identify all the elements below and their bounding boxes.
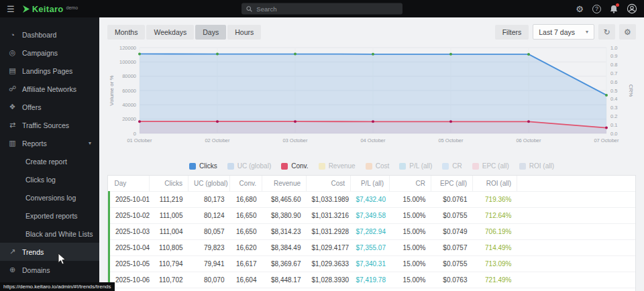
granularity-tabs: MonthsWeekdaysDaysHours: [107, 25, 261, 40]
legend-item-p-l-all[interactable]: P/L (all): [399, 162, 432, 170]
legend-item-uc-global[interactable]: UC (global): [227, 162, 272, 170]
legend-swatch-icon: [399, 163, 406, 170]
offers-icon: ❖: [8, 103, 17, 111]
logo-text: Keitaro: [32, 5, 64, 13]
chart-legend: ClicksUC (global)Conv.RevenueCostP/L (al…: [107, 162, 636, 170]
tab-hours[interactable]: Hours: [227, 25, 261, 40]
trends-table: DayClicksUC (global)Conv.RevenueCostP/L …: [108, 176, 635, 291]
chevron-down-icon: ▾: [586, 29, 588, 35]
cell-pl-all: $7,419.78: [351, 272, 390, 288]
cell-stub: [189, 288, 230, 291]
legend-item-revenue[interactable]: Revenue: [319, 162, 356, 170]
filters-button[interactable]: Filters: [495, 25, 529, 40]
cell-stub: [307, 288, 351, 291]
legend-label: Clicks: [199, 162, 217, 170]
column-header-clicks[interactable]: Clicks: [150, 176, 189, 192]
cell-filler: [517, 224, 636, 240]
legend-label: Revenue: [329, 162, 356, 170]
column-header-revenue[interactable]: Revenue: [262, 176, 307, 192]
column-header-pl-all[interactable]: P/L (all): [351, 176, 390, 192]
legend-label: P/L (all): [409, 162, 432, 170]
legend-item-conv[interactable]: Conv.: [281, 162, 308, 170]
column-header-cr[interactable]: CR: [390, 176, 431, 192]
search-input[interactable]: [256, 5, 398, 13]
chevron-down-icon: ▾: [89, 140, 91, 146]
cell-revenue: $8,384.49: [262, 240, 307, 256]
cell-cr: 15.00%: [390, 208, 431, 224]
notifications-bell-icon[interactable]: [610, 5, 618, 13]
column-header-day[interactable]: Day: [109, 176, 150, 192]
legend-item-cost[interactable]: Cost: [366, 162, 390, 170]
legend-item-clicks[interactable]: Clicks: [189, 162, 217, 170]
chart-container: 0200004000060000800001000001200000.00.10…: [107, 44, 635, 160]
svg-text:0: 0: [133, 131, 136, 137]
sidebar-item-label: Clicks log: [25, 176, 56, 184]
cell-stub: [431, 288, 473, 291]
chart-settings-button[interactable]: ⚙: [619, 24, 636, 40]
cell-roi-all: 719.36%: [473, 192, 517, 208]
sidebar-item-trends[interactable]: ↗Trends: [0, 243, 99, 261]
column-header-uc-global[interactable]: UC (global): [189, 176, 230, 192]
sidebar-item-domains[interactable]: ⊕Domains: [0, 261, 99, 279]
cell-conv: 16,617: [230, 256, 262, 272]
sidebar-item-label: Dashboard: [22, 31, 56, 39]
column-header-conv[interactable]: Conv.: [230, 176, 262, 192]
cell-cost: $1,031.3216: [307, 208, 351, 224]
sidebar-item-label: Traffic Sources: [22, 121, 69, 129]
sidebar-item-black-and-white-lists[interactable]: Black and White Lists: [0, 225, 99, 243]
column-header-roi-all[interactable]: ROI (all): [473, 176, 517, 192]
column-header-epc-all[interactable]: EPC (all): [431, 176, 473, 192]
sidebar-item-landings-pages[interactable]: ▤Landings Pages: [0, 62, 99, 80]
keitaro-logo[interactable]: Keitaro demo: [23, 5, 78, 13]
legend-swatch-icon: [319, 163, 325, 170]
menu-icon[interactable]: ☰: [7, 5, 15, 13]
sidebar-item-reports[interactable]: ▥Reports▾: [0, 134, 99, 152]
keitaro-logo-icon: [23, 5, 30, 13]
cell-cost: $1,031.2928: [307, 224, 351, 240]
sidebar-item-conversions-log[interactable]: Conversions log: [0, 188, 99, 207]
legend-item-epc-all[interactable]: EPC (all): [472, 162, 509, 170]
cell-pl-all: $7,355.07: [351, 240, 390, 256]
cell-pl-all: $7,349.58: [351, 208, 390, 224]
domains-icon: ⊕: [8, 266, 17, 274]
sidebar-item-exported-reports[interactable]: Exported reports: [0, 207, 99, 225]
legend-swatch-icon: [189, 163, 196, 170]
sidebar-item-clicks-log[interactable]: Clicks log: [0, 170, 99, 188]
sidebar-item-create-report[interactable]: Create report: [0, 152, 99, 170]
tab-weekdays[interactable]: Weekdays: [146, 25, 194, 40]
sidebar-item-label: Conversions log: [25, 194, 76, 202]
tab-months[interactable]: Months: [107, 25, 145, 40]
cell-day: 2025-10-06: [109, 272, 150, 288]
refresh-button[interactable]: ↻: [598, 24, 615, 40]
table-row: 2025-10-05110,79479,94116,617$8,369.67$1…: [109, 256, 636, 272]
sidebar-item-dashboard[interactable]: ◔Dashboard: [0, 25, 99, 44]
legend-item-cr[interactable]: CR: [442, 162, 462, 170]
cell-day: 2025-10-05: [109, 256, 150, 272]
date-range-select[interactable]: Last 7 days ▾: [533, 24, 594, 40]
legend-item-roi-all[interactable]: ROI (all): [519, 162, 554, 170]
campaigns-icon: ◎: [8, 48, 17, 57]
column-header-cost[interactable]: Cost: [307, 176, 351, 192]
cell-clicks: 111,004: [150, 224, 189, 240]
sidebar-item-traffic-sources[interactable]: ⇄Traffic Sources: [0, 116, 99, 134]
cell-filler: [517, 256, 636, 272]
tab-days[interactable]: Days: [195, 25, 226, 40]
cell-clicks: 111,005: [150, 208, 189, 224]
cell-conv: 16,680: [230, 192, 262, 208]
svg-text:04 October: 04 October: [360, 137, 386, 143]
svg-text:0.4: 0.4: [610, 96, 617, 102]
svg-text:02 October: 02 October: [205, 137, 230, 143]
global-search[interactable]: [241, 3, 402, 15]
help-icon[interactable]: ?: [592, 5, 601, 13]
table-row: 2025-10-02111,00580,12416,650$8,380.90$1…: [109, 208, 636, 224]
sidebar-item-affiliate-networks[interactable]: ☍Affiliate Networks: [0, 80, 99, 98]
account-avatar[interactable]: [627, 3, 637, 14]
settings-gear-icon[interactable]: ⚙: [576, 5, 584, 13]
svg-text:0.2: 0.2: [610, 113, 617, 119]
sidebar-item-campaigns[interactable]: ◎Campaigns: [0, 44, 99, 62]
sidebar-item-offers[interactable]: ❖Offers: [0, 98, 99, 116]
sidebar-item-label: Create report: [25, 158, 67, 166]
cell-roi-all: 714.49%: [473, 240, 517, 256]
cell-stub: [390, 288, 431, 291]
svg-text:CR%: CR%: [628, 84, 634, 97]
